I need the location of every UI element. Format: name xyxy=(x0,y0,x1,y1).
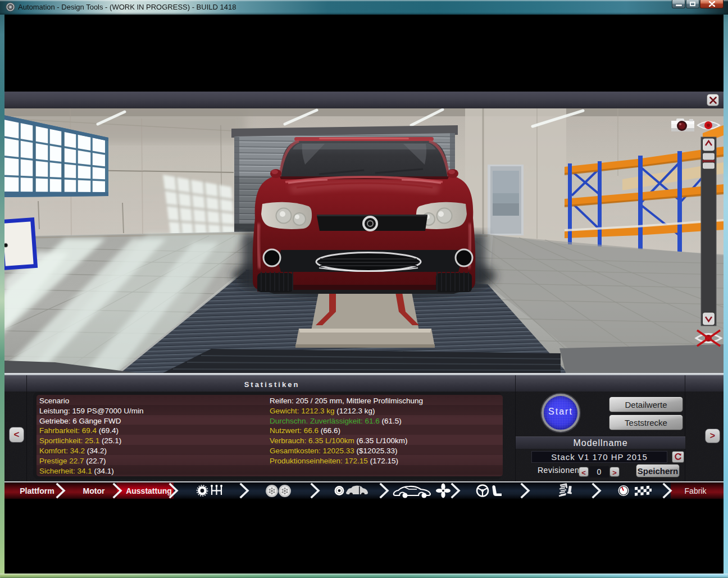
svg-text:Plattform: Plattform xyxy=(20,486,54,495)
svg-text:Fabrik: Fabrik xyxy=(685,486,707,495)
svg-text:Ausstattung: Ausstattung xyxy=(126,486,172,495)
svg-text:Motor: Motor xyxy=(83,486,105,495)
